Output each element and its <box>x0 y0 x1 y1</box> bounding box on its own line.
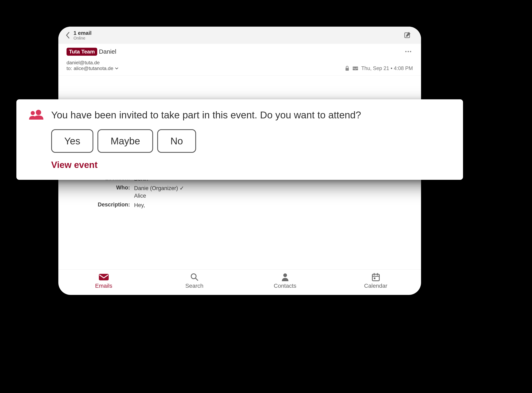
message-timestamp: Thu, Sep 21 • 4:08 PM <box>361 65 413 71</box>
calendar-icon <box>371 272 380 282</box>
description-value: Hey, <box>134 201 145 209</box>
sender-row: Tuta Team Daniel ••• <box>67 47 413 56</box>
header-title: 1 email <box>73 30 402 36</box>
view-event-link[interactable]: View event <box>51 160 451 170</box>
svg-rect-11 <box>374 277 375 279</box>
sender-badge: Tuta Team <box>67 48 97 56</box>
svg-point-13 <box>31 111 35 115</box>
emails-icon <box>98 272 110 282</box>
svg-rect-1 <box>346 68 349 71</box>
message-header: Tuta Team Daniel ••• daniel@tuta.de to: … <box>58 44 421 76</box>
who-line-2: Alice <box>134 192 184 200</box>
rsvp-button-row: Yes Maybe No <box>51 129 451 153</box>
to-prefix: to: <box>67 65 72 71</box>
svg-point-6 <box>283 273 287 277</box>
nav-search[interactable]: Search <box>149 270 240 295</box>
chevron-left-icon <box>65 32 70 39</box>
inbox-icon <box>352 66 358 71</box>
nav-emails-label: Emails <box>95 283 112 289</box>
compose-button[interactable] <box>402 29 413 41</box>
who-line-1: Danie (Organizer) ✓ <box>134 185 184 192</box>
header-subtitle: Online <box>73 36 402 40</box>
nav-emails[interactable]: Emails <box>58 270 149 295</box>
search-icon <box>190 272 199 282</box>
nav-contacts-label: Contacts <box>274 283 296 289</box>
rsvp-yes-button[interactable]: Yes <box>51 129 93 153</box>
back-button[interactable] <box>65 32 70 39</box>
nav-contacts[interactable]: Contacts <box>240 270 330 295</box>
to-address: alice@tutanota.de <box>74 65 113 71</box>
svg-rect-3 <box>99 274 109 280</box>
bottom-nav: Emails Search Contacts <box>58 269 421 295</box>
header-text-block: 1 email Online <box>73 30 402 40</box>
rsvp-no-button[interactable]: No <box>157 129 196 153</box>
detail-row-who: Who: Danie (Organizer) ✓ Alice <box>67 185 413 200</box>
addresses: daniel@tuta.de to: alice@tutanota.de <box>67 60 118 71</box>
to-row[interactable]: to: alice@tutanota.de <box>67 65 118 71</box>
more-menu-button[interactable]: ••• <box>404 47 413 56</box>
compose-icon <box>404 31 411 39</box>
people-icon <box>29 109 44 121</box>
app-header: 1 email Online <box>58 27 421 44</box>
sender-name: Daniel <box>99 48 116 55</box>
svg-point-12 <box>36 110 41 115</box>
nav-search-label: Search <box>185 283 203 289</box>
svg-rect-7 <box>372 274 379 281</box>
message-meta: Thu, Sep 21 • 4:08 PM <box>345 65 413 71</box>
rsvp-overlay-card: You have been invited to take part in th… <box>16 99 463 180</box>
overlay-top-row: You have been invited to take part in th… <box>29 109 451 121</box>
rsvp-maybe-button[interactable]: Maybe <box>97 129 153 153</box>
who-value: Danie (Organizer) ✓ Alice <box>134 185 184 200</box>
address-block: daniel@tuta.de to: alice@tutanota.de <box>67 60 413 71</box>
nav-calendar-label: Calendar <box>364 283 387 289</box>
detail-row-description: Description: Hey, <box>67 201 413 209</box>
lock-icon <box>345 66 349 71</box>
from-address: daniel@tuta.de <box>67 60 118 65</box>
chevron-down-icon <box>115 67 118 70</box>
description-label: Description: <box>67 201 130 209</box>
contacts-icon <box>281 272 289 282</box>
svg-line-5 <box>195 278 198 280</box>
rsvp-prompt-text: You have been invited to take part in th… <box>51 109 361 121</box>
who-label: Who: <box>67 185 130 200</box>
nav-calendar[interactable]: Calendar <box>330 270 421 295</box>
